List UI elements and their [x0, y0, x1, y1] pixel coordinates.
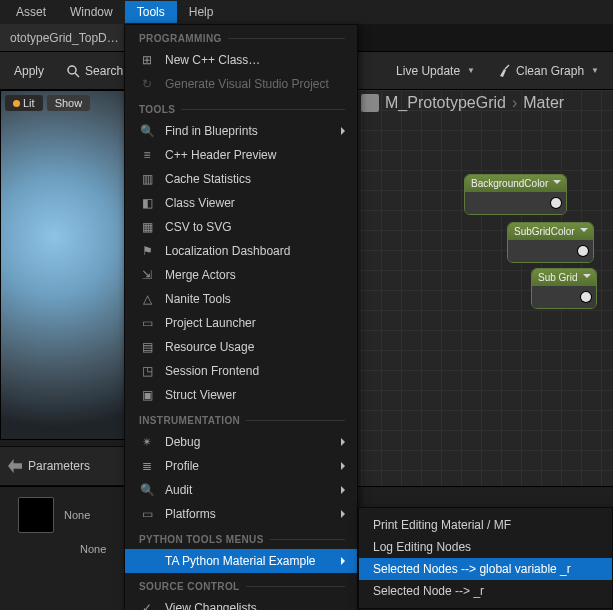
menu-asset[interactable]: Asset [4, 1, 58, 23]
python-icon [139, 553, 155, 569]
mi-resource-usage[interactable]: ▤Resource Usage [125, 335, 357, 359]
platforms-icon: ▭ [139, 506, 155, 522]
bug-icon: ✴ [139, 434, 155, 450]
texture-swatch[interactable] [18, 497, 54, 533]
csv-icon: ▦ [139, 219, 155, 235]
mi-print-editing-material[interactable]: Print Editing Material / MF [359, 514, 612, 536]
menu-section-python: PYTHON TOOLS MENUS [125, 526, 357, 549]
search-button[interactable]: Search [58, 59, 131, 83]
graph-node-subgridcolor[interactable]: SubGridColor [507, 222, 594, 263]
slot-value: None [64, 509, 90, 521]
clean-graph-button[interactable]: Clean Graph▼ [489, 59, 607, 83]
slot-value: None [80, 543, 106, 555]
mi-localization-dashboard[interactable]: ⚑Localization Dashboard [125, 239, 357, 263]
chevron-down-icon: ▼ [591, 66, 599, 75]
mi-merge-actors[interactable]: ⇲Merge Actors [125, 263, 357, 287]
launcher-icon: ▭ [139, 315, 155, 331]
node-title: BackgroundColor [465, 175, 566, 192]
menu-section-instrumentation: INSTRUMENTATION [125, 407, 357, 430]
mi-audit[interactable]: 🔍Audit [125, 478, 357, 502]
menu-tools[interactable]: Tools [125, 1, 177, 23]
svg-point-0 [68, 66, 76, 74]
search-icon: 🔍 [139, 123, 155, 139]
mi-selected-nodes-global-r[interactable]: Selected Nodes --> global variable _r [359, 558, 612, 580]
menu-window[interactable]: Window [58, 1, 125, 23]
mi-nanite-tools[interactable]: △Nanite Tools [125, 287, 357, 311]
nanite-icon: △ [139, 291, 155, 307]
search-icon [66, 64, 80, 78]
material-icon [361, 94, 379, 112]
menu-bar: Asset Window Tools Help [0, 0, 613, 24]
broom-icon [497, 64, 511, 78]
mi-cpp-header-preview[interactable]: ≡C++ Header Preview [125, 143, 357, 167]
mi-cache-statistics[interactable]: ▥Cache Statistics [125, 167, 357, 191]
mi-generate-vs-project[interactable]: ↻Generate Visual Studio Project [125, 72, 357, 96]
menu-section-source-control: SOURCE CONTROL [125, 573, 357, 596]
parameters-icon [8, 459, 22, 473]
mi-find-in-blueprints[interactable]: 🔍Find in Blueprints [125, 119, 357, 143]
menu-section-tools: TOOLS [125, 96, 357, 119]
svg-line-1 [75, 73, 79, 77]
breadcrumb: M_PrototypeGrid › Mater [361, 94, 564, 112]
stats-icon: ▥ [139, 171, 155, 187]
menu-help[interactable]: Help [177, 1, 226, 23]
mi-new-cpp-class[interactable]: ⊞New C++ Class… [125, 48, 357, 72]
flag-icon: ⚑ [139, 243, 155, 259]
menu-section-programming: PROGRAMMING [125, 25, 357, 48]
struct-icon: ▣ [139, 387, 155, 403]
bulb-icon [13, 100, 20, 107]
breadcrumb-item[interactable]: Mater [523, 94, 564, 112]
check-icon: ✓ [139, 600, 155, 610]
profile-icon: ≣ [139, 458, 155, 474]
node-title: SubGridColor [508, 223, 593, 240]
chevron-down-icon: ▼ [467, 66, 475, 75]
header-icon: ≡ [139, 147, 155, 163]
class-icon: ◧ [139, 195, 155, 211]
graph-node-subgrid[interactable]: Sub Grid [531, 268, 597, 309]
mi-ta-python-material-example[interactable]: TA Python Material Example [125, 549, 357, 573]
merge-icon: ⇲ [139, 267, 155, 283]
svg-line-2 [505, 65, 509, 69]
output-pin[interactable] [551, 198, 561, 208]
cpp-icon: ⊞ [139, 52, 155, 68]
tools-menu: PROGRAMMING ⊞New C++ Class… ↻Generate Vi… [124, 24, 358, 610]
lit-mode-button[interactable]: Lit [5, 95, 43, 111]
parameters-label: Parameters [28, 459, 90, 473]
chevron-right-icon: › [512, 94, 517, 112]
resource-icon: ▤ [139, 339, 155, 355]
node-title: Sub Grid [532, 269, 596, 286]
output-pin[interactable] [578, 246, 588, 256]
audit-icon: 🔍 [139, 482, 155, 498]
apply-button[interactable]: Apply [6, 59, 52, 83]
breadcrumb-item[interactable]: M_PrototypeGrid [385, 94, 506, 112]
document-tab[interactable]: ototypeGrid_TopD… [0, 24, 130, 51]
mi-project-launcher[interactable]: ▭Project Launcher [125, 311, 357, 335]
mi-view-changelists[interactable]: ✓View Changelists [125, 596, 357, 610]
mi-profile[interactable]: ≣Profile [125, 454, 357, 478]
live-update-button[interactable]: Live Update▼ [388, 59, 483, 83]
mi-selected-node-r[interactable]: Selected Node --> _r [359, 580, 612, 602]
show-button[interactable]: Show [47, 95, 91, 111]
mi-csv-to-svg[interactable]: ▦CSV to SVG [125, 215, 357, 239]
session-icon: ◳ [139, 363, 155, 379]
mi-struct-viewer[interactable]: ▣Struct Viewer [125, 383, 357, 407]
graph-node-backgroundcolor[interactable]: BackgroundColor [464, 174, 567, 215]
mi-class-viewer[interactable]: ◧Class Viewer [125, 191, 357, 215]
mi-debug[interactable]: ✴Debug [125, 430, 357, 454]
mi-session-frontend[interactable]: ◳Session Frontend [125, 359, 357, 383]
python-submenu: Print Editing Material / MF Log Editing … [358, 507, 613, 609]
output-pin[interactable] [581, 292, 591, 302]
mi-platforms[interactable]: ▭Platforms [125, 502, 357, 526]
refresh-icon: ↻ [139, 76, 155, 92]
mi-log-editing-nodes[interactable]: Log Editing Nodes [359, 536, 612, 558]
